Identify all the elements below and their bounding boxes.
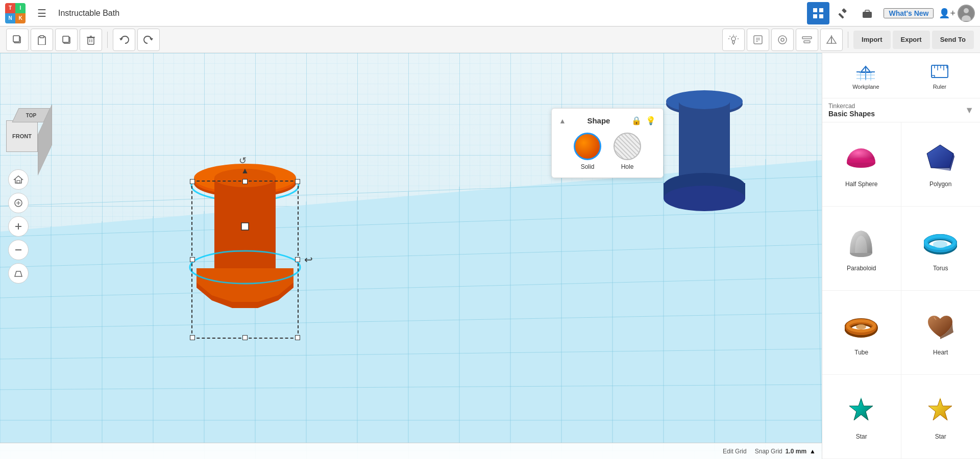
shapes-grid: Half Sphere <box>822 122 980 459</box>
import-button[interactable]: Import <box>853 31 890 49</box>
hamburger-button[interactable]: ☰ <box>31 2 53 24</box>
svg-point-83 <box>679 94 730 109</box>
snap-increase-button[interactable]: ▲ <box>810 448 816 455</box>
briefcase-button[interactable] <box>856 2 878 24</box>
polygon-label: Polygon <box>929 181 951 188</box>
svg-point-121 <box>933 241 947 248</box>
hole-circle <box>614 133 641 160</box>
view-ruler-icon <box>777 34 788 45</box>
grid-view-button[interactable] <box>807 2 829 24</box>
light-button[interactable] <box>722 29 745 51</box>
shape-item-polygon[interactable]: Polygon <box>901 122 981 207</box>
shape-item-paraboloid[interactable]: Paraboloid <box>822 207 901 291</box>
shapes-collapse-button[interactable]: ▼ <box>965 105 974 116</box>
svg-point-22 <box>731 37 736 41</box>
star-cyan-label: Star <box>856 433 867 440</box>
svg-rect-3 <box>819 14 823 18</box>
shape-panel: ▲ Shape 🔒 💡 Solid Hole <box>551 108 664 178</box>
tinkercad-logo[interactable]: T I N K <box>5 3 26 23</box>
snap-value[interactable]: 1.0 mm <box>786 448 806 455</box>
svg-point-9 <box>964 8 969 13</box>
shape-item-torus[interactable]: Torus <box>901 207 981 291</box>
polygon-preview <box>923 141 959 176</box>
hammer-icon <box>837 8 848 19</box>
whats-new-button[interactable]: What's New <box>884 8 934 18</box>
panel-icon-group: 🔒 💡 <box>631 116 656 125</box>
paraboloid-preview <box>844 225 879 261</box>
notes-icon <box>752 34 764 45</box>
shape-item-star-cyan[interactable]: Star <box>822 375 901 459</box>
shapes-collection-label: Basic Shapes <box>828 110 875 118</box>
orange-spool-selected[interactable] <box>181 150 309 328</box>
shapes-brand-title: Tinkercad <box>828 103 875 110</box>
send-to-button[interactable]: Send To <box>932 31 974 49</box>
notes-button[interactable] <box>747 29 769 51</box>
align-button[interactable] <box>796 29 818 51</box>
zoom-out-button[interactable] <box>8 240 29 260</box>
half-sphere-preview <box>844 141 879 176</box>
logo-t: T <box>5 3 15 13</box>
mirror-button[interactable] <box>820 29 843 51</box>
hole-option[interactable]: Hole <box>614 133 641 170</box>
view-cube[interactable]: FRONT TOP <box>6 108 52 154</box>
blue-spool-object[interactable] <box>658 84 750 216</box>
right-toolbar: Import Export Send To <box>722 29 974 51</box>
svg-rect-37 <box>804 41 810 43</box>
paste-button[interactable] <box>31 29 53 51</box>
mirror-icon <box>826 34 837 45</box>
edit-grid-label[interactable]: Edit Grid <box>723 448 747 455</box>
delete-button[interactable] <box>80 29 102 51</box>
duplicate-icon <box>61 35 71 45</box>
shape-panel-header: ▲ Shape 🔒 💡 <box>559 116 656 125</box>
export-button[interactable]: Export <box>893 31 930 49</box>
redo-button[interactable] <box>137 29 160 51</box>
star-yellow-preview <box>923 393 959 429</box>
logo-k: K <box>15 13 26 23</box>
fit-view-button[interactable] <box>8 193 29 213</box>
main-area: FRONT TOP <box>0 53 980 459</box>
copy-button[interactable] <box>6 29 29 51</box>
shape-item-half-sphere[interactable]: Half Sphere <box>822 122 901 207</box>
hammer-button[interactable] <box>831 2 854 24</box>
svg-rect-16 <box>63 36 69 42</box>
solid-circle <box>574 133 601 160</box>
svg-rect-12 <box>13 36 19 42</box>
perspective-icon <box>13 268 23 278</box>
fit-icon <box>13 198 23 208</box>
right-panel-tools: Workplane Ruler <box>822 53 980 98</box>
ruler-button[interactable] <box>771 29 794 51</box>
undo-button[interactable] <box>113 29 135 51</box>
hole-label: Hole <box>621 163 634 170</box>
zoom-in-button[interactable] <box>8 216 29 237</box>
ruler-label: Ruler <box>933 84 946 90</box>
shape-item-star-yellow[interactable]: Star <box>901 375 981 459</box>
tube-preview <box>844 309 879 345</box>
home-view-button[interactable] <box>8 169 29 190</box>
panel-light-icon[interactable]: 💡 <box>646 116 656 125</box>
svg-marker-38 <box>827 36 831 43</box>
undo-icon <box>118 34 130 45</box>
ruler-tool[interactable]: Ruler <box>923 58 956 93</box>
workplane-tool[interactable]: Workplane <box>846 58 885 93</box>
bottom-bar: Edit Grid Snap Grid 1.0 mm ▲ <box>0 443 822 459</box>
panel-collapse-button[interactable]: ▲ <box>559 117 566 125</box>
heart-preview <box>923 309 959 345</box>
user-controls[interactable]: 👤+ <box>939 5 975 22</box>
cube-front-face[interactable]: FRONT <box>6 120 38 152</box>
svg-rect-82 <box>679 101 730 183</box>
nav-icons <box>807 2 878 24</box>
perspective-button[interactable] <box>8 263 29 284</box>
workplane-icon <box>855 61 876 82</box>
duplicate-button[interactable] <box>55 29 78 51</box>
panel-lock-icon[interactable]: 🔒 <box>631 116 642 125</box>
star-yellow-label: Star <box>935 433 946 440</box>
svg-rect-36 <box>802 37 812 39</box>
shape-item-tube[interactable]: Tube <box>822 291 901 375</box>
top-navigation: T I N K ☰ Instructable Bath <box>0 0 980 27</box>
paraboloid-label: Paraboloid <box>847 265 876 272</box>
shape-panel-title: Shape <box>587 116 610 125</box>
canvas-area[interactable]: FRONT TOP <box>0 53 822 459</box>
svg-rect-6 <box>863 12 872 18</box>
solid-option[interactable]: Solid <box>574 133 601 170</box>
shape-item-heart[interactable]: Heart <box>901 291 981 375</box>
